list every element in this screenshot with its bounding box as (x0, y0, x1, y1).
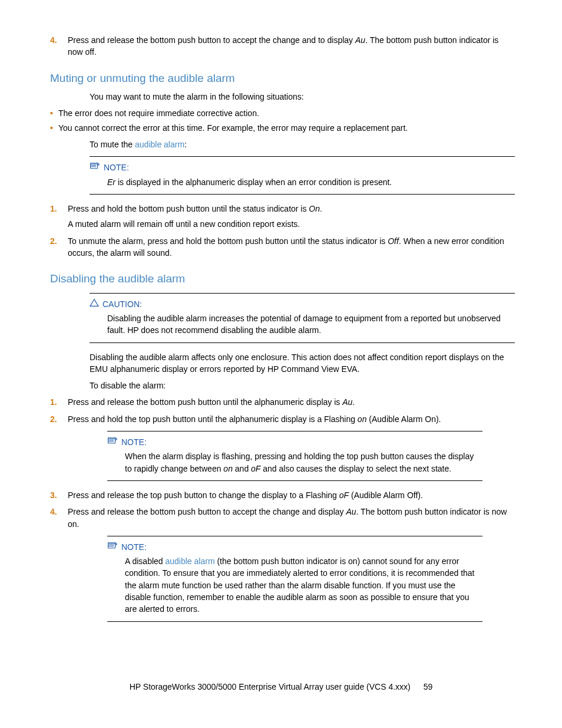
mute-steps-list: 1. Press and hold the bottom push button… (50, 203, 515, 259)
disable-paragraph-2: To disable the alarm: (90, 380, 515, 391)
note-label: NOTE: (104, 162, 129, 173)
step-number: 3. (50, 489, 57, 501)
list-item: The error does not require immediate cor… (50, 107, 515, 119)
note-label: NOTE: (121, 541, 147, 553)
note-header: NOTE: (90, 162, 515, 173)
step-number: 4. (50, 506, 57, 518)
disable-paragraph-1: Disabling the audible alarm affects only… (90, 351, 515, 375)
step-text: Press and release the top push button to… (68, 490, 423, 500)
audible-alarm-link[interactable]: audible alarm (135, 140, 184, 149)
page-footer: HP StorageWorks 3000/5000 Enterprise Vir… (0, 681, 562, 693)
note-header: NOTE: (107, 541, 482, 553)
disable-steps-list-cont: 3. Press and release the top push button… (50, 489, 515, 530)
step-number: 1. (50, 203, 57, 215)
list-item: 3. Press and release the top push button… (50, 489, 515, 501)
page-number: 59 (424, 682, 433, 691)
section-heading-disabling: Disabling the audible alarm (50, 271, 515, 287)
note-header: NOTE: (107, 436, 482, 448)
intro-paragraph: You may want to mute the alarm in the fo… (90, 91, 515, 103)
situations-list: The error does not require immediate cor… (50, 107, 515, 134)
list-item: 4. Press and release the bottom push but… (50, 506, 515, 530)
continued-steps-list: 4. Press and release the bottom push but… (50, 34, 515, 58)
caution-label: CAUTION: (103, 298, 142, 310)
step-text: To unmute the alarm, press and hold the … (68, 236, 504, 258)
step-text: Press and release the bottom push button… (68, 507, 507, 528)
note-callout: NOTE: Er is displayed in the alphanumeri… (90, 156, 515, 195)
note-label: NOTE: (121, 436, 147, 448)
list-item: 2. To unmute the alarm, press and hold t… (50, 235, 515, 259)
footer-title: HP StorageWorks 3000/5000 Enterprise Vir… (130, 682, 411, 691)
audible-alarm-link[interactable]: audible alarm (166, 556, 215, 566)
caution-icon (90, 298, 99, 310)
note-icon (107, 436, 118, 448)
caution-callout: CAUTION: Disabling the audible alarm inc… (90, 293, 515, 343)
step-number: 1. (50, 396, 57, 408)
note-callout: NOTE: A disabled audible alarm (the bott… (107, 536, 482, 622)
step-text: Press and hold the bottom push button un… (68, 204, 322, 213)
step-subtext: A muted alarm will remain off until a ne… (68, 218, 515, 230)
list-item: You cannot correct the error at this tim… (50, 122, 515, 134)
step-number: 4. (50, 34, 57, 46)
note-callout: NOTE: When the alarm display is flashing… (107, 431, 482, 481)
step-number: 2. (50, 413, 57, 425)
step-text: Press and release the bottom push button… (68, 35, 498, 57)
caution-body: Disabling the audible alarm increases th… (107, 312, 515, 337)
list-item: 1. Press and hold the bottom push button… (50, 203, 515, 230)
list-item: 2. Press and hold the top push button un… (50, 413, 515, 425)
step-text: Press and release the bottom push button… (68, 397, 355, 407)
step-text: Press and hold the top push button until… (68, 414, 441, 424)
note-icon (90, 162, 100, 173)
note-body: When the alarm display is flashing, pres… (125, 450, 482, 475)
section-heading-muting: Muting or unmuting the audible alarm (50, 70, 515, 87)
note-body: Er is displayed in the alphanumeric disp… (107, 176, 515, 188)
caution-header: CAUTION: (90, 298, 515, 310)
disable-steps-list: 1. Press and release the bottom push but… (50, 396, 515, 425)
list-item: 4. Press and release the bottom push but… (50, 34, 515, 58)
note-icon (107, 541, 118, 553)
step-number: 2. (50, 235, 57, 247)
to-mute-paragraph: To mute the audible alarm: (90, 139, 515, 150)
document-page: 4. Press and release the bottom push but… (0, 0, 562, 728)
list-item: 1. Press and release the bottom push but… (50, 396, 515, 408)
note-body: A disabled audible alarm (the bottom pus… (125, 555, 482, 615)
